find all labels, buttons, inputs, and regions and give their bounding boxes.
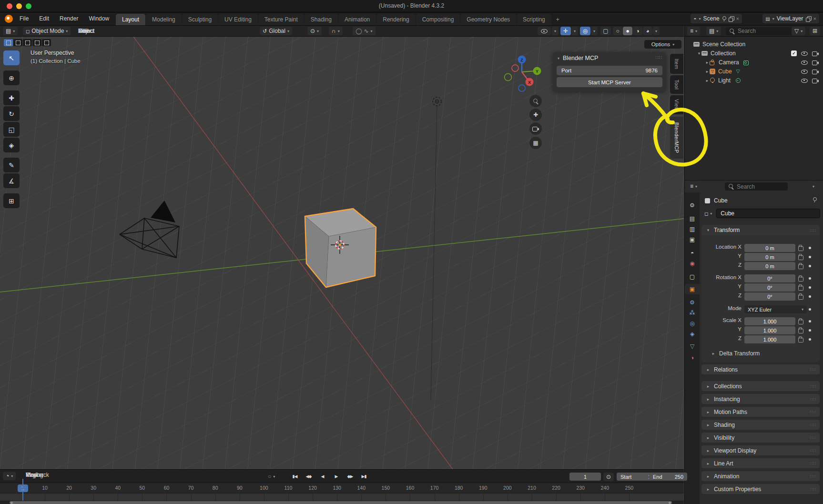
workspace-tab-shading[interactable]: Shading — [305, 14, 338, 25]
options-button[interactable]: Options▾ — [644, 40, 681, 49]
3d-viewport[interactable]: Z Y X ↖⊕✚↻◱◈✎∡⊞ User Perspective (1) Col… — [0, 37, 684, 469]
xray-toggle[interactable]: ▢ — [600, 27, 611, 35]
properties-tab-material[interactable]: ◑ — [685, 353, 700, 363]
scene-selector[interactable]: ◓▾ Scene × — [691, 14, 742, 23]
properties-tab-modifiers[interactable]: ⚙ — [685, 297, 700, 308]
outliner-row-collection[interactable]: ▾Collection✓ — [685, 49, 823, 58]
use-preview-range-toggle[interactable]: ⊙ — [603, 473, 614, 481]
lock-icon[interactable] — [798, 277, 803, 282]
panel-grip-icon[interactable]: ∷∷ — [810, 397, 816, 402]
menu-edit[interactable]: Edit — [34, 12, 54, 25]
sidebar-tab-blendermcp[interactable]: BlenderMCP — [670, 117, 683, 159]
start-mcp-server-button[interactable]: Start MCP Server — [557, 77, 662, 87]
panel-grip-icon[interactable]: ∷∷ — [810, 410, 816, 414]
navigation-gizmo[interactable]: Z Y X — [505, 56, 541, 92]
outliner-row-light[interactable]: ▸Light — [685, 76, 823, 85]
lock-icon[interactable] — [798, 295, 803, 300]
disable-in-renders-toggle[interactable] — [812, 78, 819, 83]
shading-chevron[interactable]: ▾ — [653, 27, 660, 35]
blender-logo-icon[interactable] — [5, 15, 13, 23]
properties-tab-output[interactable]: ▥ — [685, 224, 700, 234]
timeline-menu-marker[interactable]: Marker — [21, 470, 48, 480]
new-collection-button[interactable]: ⊞ — [810, 27, 820, 35]
panel-grip-icon[interactable]: ∷∷ — [810, 474, 816, 479]
delta-transform-panel-header[interactable]: ▸ Delta Transform — [711, 350, 760, 357]
axis-x-negative[interactable] — [512, 65, 518, 71]
close-icon[interactable]: × — [736, 16, 739, 21]
panel-motion-paths[interactable]: ▸Motion Paths∷∷ — [701, 407, 820, 417]
tool-scale-button[interactable]: ◱ — [3, 122, 20, 137]
animate-dot-icon[interactable] — [809, 247, 811, 249]
sidebar-tab-tool[interactable]: Tool — [670, 75, 683, 94]
panel-grip-icon[interactable]: ∷∷ — [810, 228, 816, 233]
play-button[interactable]: ▶ — [329, 472, 343, 481]
properties-options-chevron[interactable]: ▾ — [810, 182, 817, 191]
number-field[interactable]: 1.000 — [744, 335, 795, 343]
properties-editor-type-button[interactable]: ≡▾ — [687, 182, 700, 191]
frame-end-field[interactable]: End 250 — [649, 473, 687, 481]
workspace-tab-geometry-nodes[interactable]: Geometry Nodes — [460, 14, 516, 25]
object-id-dropdown[interactable]: ◻▾ — [701, 209, 715, 218]
animate-dot-icon[interactable] — [809, 265, 811, 267]
tool-add-cube-button[interactable]: ⊞ — [3, 193, 20, 208]
disable-in-renders-toggle[interactable] — [812, 60, 819, 65]
panel-line-art[interactable]: ▸Line Art∷∷ — [701, 458, 820, 468]
panel-grip-icon[interactable]: ∷∷ — [810, 487, 816, 492]
blender-mcp-panel-header[interactable]: ▾ Blender MCP — [558, 55, 598, 61]
number-field[interactable]: 0 m — [744, 253, 795, 261]
lock-icon[interactable] — [798, 329, 803, 333]
outliner-row-camera[interactable]: ▸Camera — [685, 58, 823, 67]
lock-icon[interactable] — [798, 286, 803, 291]
expand-chevron-icon[interactable]: ▸ — [705, 78, 710, 83]
add-workspace-button[interactable]: + — [552, 14, 564, 25]
overlays-chevron[interactable]: ▾ — [591, 27, 598, 35]
shading-material-button[interactable]: ◑ — [633, 27, 642, 35]
snap-toggle[interactable]: ∩▾ — [329, 27, 343, 35]
panel-grip-icon[interactable]: ∷∷ — [810, 435, 816, 440]
object-name-input[interactable] — [716, 209, 820, 218]
axis-y-negative[interactable] — [505, 74, 512, 81]
panel-grip-icon[interactable]: ∷∷ — [655, 55, 662, 60]
panel-shading[interactable]: ▸Shading∷∷ — [701, 420, 820, 430]
close-icon[interactable]: × — [813, 16, 816, 21]
select-mode-5[interactable] — [42, 39, 51, 46]
workspace-tab-sculpting[interactable]: Sculpting — [182, 14, 218, 25]
gizmos-chevron[interactable]: ▾ — [571, 27, 578, 35]
panel-grip-icon[interactable]: ∷∷ — [810, 448, 816, 453]
camera-object[interactable] — [120, 201, 179, 258]
workspace-tab-texture-paint[interactable]: Texture Paint — [258, 14, 304, 25]
workspace-tab-rendering[interactable]: Rendering — [376, 14, 415, 25]
panel-collections[interactable]: ▸Collections∷∷ — [701, 381, 820, 391]
panel-grip-icon[interactable]: ∷∷ — [810, 423, 816, 427]
hide-in-viewport-toggle[interactable] — [801, 60, 808, 65]
mcp-port-field[interactable]: Port 9876 — [557, 66, 662, 75]
properties-tab-view-layer[interactable]: ▣ — [685, 234, 700, 245]
jump-to-start-button[interactable]: ▮◀ — [288, 472, 302, 481]
panel-grip-icon[interactable]: ∷∷ — [810, 461, 816, 466]
animate-dot-icon[interactable] — [809, 308, 811, 311]
animate-dot-icon[interactable] — [809, 277, 811, 280]
select-mode-3[interactable] — [23, 39, 32, 46]
lock-icon[interactable] — [798, 255, 803, 260]
properties-tab-object-data[interactable]: ▽ — [685, 341, 700, 352]
hide-in-viewport-toggle[interactable] — [801, 69, 808, 74]
panel-grip-icon[interactable]: ∷∷ — [810, 384, 816, 389]
panel-custom-properties[interactable]: ▸Custom Properties∷∷ — [701, 484, 820, 494]
viewlayer-selector[interactable]: ▤▾ ViewLayer × — [762, 14, 819, 23]
number-field[interactable]: 0° — [744, 292, 795, 301]
nav-zoom-button[interactable] — [529, 95, 542, 107]
properties-tab-constraints[interactable]: ◈ — [685, 329, 700, 339]
cube-object[interactable] — [305, 209, 376, 287]
properties-tab-world[interactable]: ◉ — [685, 258, 700, 269]
workspace-tab-compositing[interactable]: Compositing — [416, 14, 460, 25]
workspace-tab-uv-editing[interactable]: UV Editing — [218, 14, 258, 25]
axis-z-negative[interactable] — [518, 85, 525, 91]
animate-dot-icon[interactable] — [809, 295, 811, 298]
pin-icon[interactable] — [722, 16, 726, 21]
sidebar-tab-item[interactable]: Item — [670, 54, 683, 74]
panel-visibility[interactable]: ▸Visibility∷∷ — [701, 433, 820, 443]
new-scene-icon[interactable] — [729, 16, 734, 21]
overlays-toggle[interactable]: ◎ — [580, 27, 590, 35]
expand-chevron-icon[interactable]: ▸ — [705, 60, 710, 65]
animate-dot-icon[interactable] — [809, 329, 811, 332]
